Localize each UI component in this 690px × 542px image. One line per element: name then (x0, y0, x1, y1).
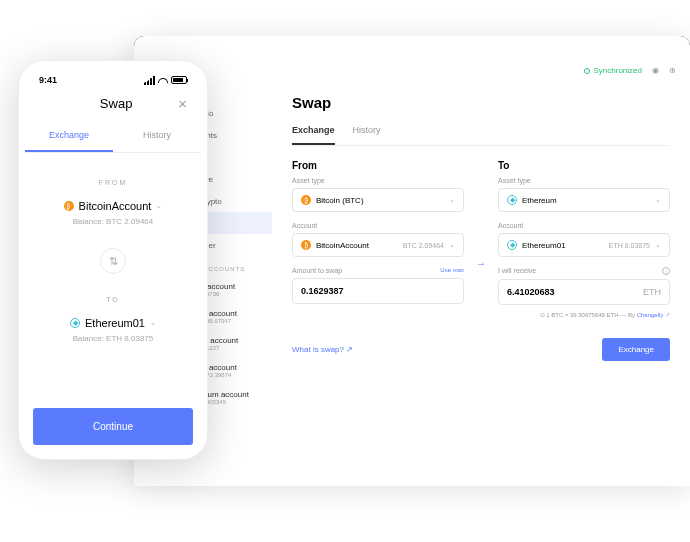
tab-history[interactable]: History (353, 125, 381, 145)
mobile-device: 9:41 Swap × Exchange History FROM ₿ Bitc… (18, 60, 208, 460)
swap-arrow-icon: → (476, 160, 486, 318)
bitcoin-icon: ₿ (64, 201, 74, 211)
what-is-swap-link[interactable]: What is swap? ↗ (292, 345, 353, 354)
chevron-down-icon: ⌄ (655, 196, 661, 204)
status-time: 9:41 (39, 75, 57, 85)
ethereum-icon: ◆ (507, 240, 517, 250)
receive-label: I will receive (498, 267, 536, 275)
battery-icon (171, 76, 187, 84)
phone-tab-history[interactable]: History (113, 120, 201, 152)
from-asset-label: Asset type (292, 177, 464, 184)
from-asset-select[interactable]: ₿Bitcoin (BTC) ⌄ (292, 188, 464, 212)
amount-input[interactable]: 0.1629387 (292, 278, 464, 304)
ethereum-icon: ◆ (70, 318, 80, 328)
chevron-down-icon: ⌄ (150, 319, 156, 327)
phone-page-title: Swap (100, 96, 133, 111)
chevron-down-icon: ⌄ (449, 196, 455, 204)
swap-direction-icon[interactable]: ⇅ (100, 248, 126, 274)
phone-from-label: FROM (41, 179, 185, 186)
phone-to-label: TO (41, 296, 185, 303)
phone-from-account[interactable]: ₿ BitcoinAccount ⌄ (41, 200, 185, 212)
sync-status: Synchronized (584, 66, 642, 75)
wifi-icon (158, 78, 168, 83)
chevron-down-icon: ⌄ (655, 241, 661, 249)
to-account-label: Account (498, 222, 670, 229)
phone-from-balance: Balance: BTC 2.09464 (41, 217, 185, 226)
to-heading: To (498, 160, 670, 171)
to-asset-select[interactable]: ◆Ethereum ⌄ (498, 188, 670, 212)
receive-output: 6.41020683ETH (498, 279, 670, 305)
rate-info: ⊙ 1 BTC ≈ 39.30975648 ETH — By Changelly… (498, 311, 670, 318)
lock-icon[interactable]: ⊕ (669, 66, 676, 75)
from-account-select[interactable]: ₿BitcoinAccount BTC 2.09464⌄ (292, 233, 464, 257)
exchange-button[interactable]: Exchange (602, 338, 670, 361)
eye-icon[interactable]: ◉ (652, 66, 659, 75)
close-icon[interactable]: × (178, 95, 187, 112)
amount-label: Amount to swap (292, 267, 342, 274)
phone-to-account[interactable]: ◆ Ethereum01 ⌄ (41, 317, 185, 329)
from-account-label: Account (292, 222, 464, 229)
to-account-select[interactable]: ◆Ethereum01 ETH 8.03875⌄ (498, 233, 670, 257)
desktop-app-window: Synchronized ◉ ⊕ MENU ⊞Portfolio ▭Accoun… (154, 56, 690, 486)
changelly-link[interactable]: Changelly (637, 312, 664, 318)
phone-tab-exchange[interactable]: Exchange (25, 120, 113, 152)
tab-exchange[interactable]: Exchange (292, 125, 335, 145)
to-asset-label: Asset type (498, 177, 670, 184)
chevron-down-icon: ⌄ (156, 202, 162, 210)
bitcoin-icon: ₿ (301, 195, 311, 205)
bitcoin-icon: ₿ (301, 240, 311, 250)
chevron-down-icon: ⌄ (449, 241, 455, 249)
from-heading: From (292, 160, 464, 171)
continue-button[interactable]: Continue (33, 408, 193, 445)
ethereum-icon: ◆ (507, 195, 517, 205)
use-max-button[interactable]: Use max (440, 267, 464, 274)
page-title: Swap (292, 94, 670, 111)
phone-to-balance: Balance: ETH 8.03875 (41, 334, 185, 343)
info-icon[interactable]: i (662, 267, 670, 275)
